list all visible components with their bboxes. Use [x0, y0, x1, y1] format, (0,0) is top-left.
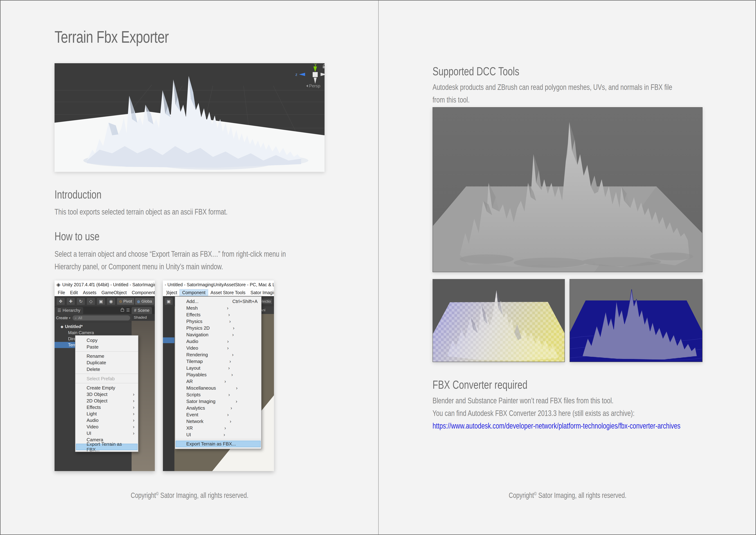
tool-button-icon[interactable]: ◉	[107, 297, 115, 305]
component-menu-item[interactable]: Miscellaneous ›	[175, 385, 261, 391]
component-menu-item[interactable]: Analytics ›	[175, 405, 261, 411]
submenu-arrow-icon: ›	[227, 412, 229, 417]
component-menu-item[interactable]: Physics ›	[175, 318, 261, 325]
uv-checker-render-image	[433, 279, 565, 362]
menu-bar-item[interactable]: Component	[180, 290, 208, 296]
context-menu-item[interactable]: Duplicate	[75, 359, 138, 366]
unity-scene-illustration: y z Persp	[55, 63, 325, 172]
submenu-arrow-icon: ›	[225, 379, 226, 384]
menu-bar-item[interactable]: Assets	[80, 290, 99, 296]
tool-button-icon[interactable]: ✚	[67, 297, 75, 305]
context-menu-item[interactable]: Audio ›	[75, 417, 138, 424]
global-button[interactable]: ◍ Globa	[135, 298, 154, 305]
component-menu-item[interactable]: AR ›	[175, 378, 261, 385]
unity1-menu-bar: FileEditAssetsGameObjectComponentAsset S…	[55, 289, 155, 296]
component-menu-item[interactable]: Rendering ›	[175, 352, 261, 358]
component-menu-item[interactable]: Navigation ›	[175, 331, 261, 338]
context-menu-item[interactable]: Create Empty	[75, 384, 138, 391]
page-title: Terrain Fbx Exporter	[55, 28, 201, 46]
create-button[interactable]: Create ▾	[56, 316, 70, 320]
component-menu-item[interactable]: Tilemap ›	[175, 358, 261, 365]
gizmo-persp-label: Persp	[309, 83, 320, 88]
wireframe-terrain-illustration	[570, 279, 702, 362]
pivot-global-group: ⊙ Pivot ◍ Globa	[117, 298, 154, 305]
component-menu-item[interactable]: Playables ›	[175, 372, 261, 378]
submenu-arrow-icon: ›	[133, 431, 134, 436]
submenu-arrow-icon: ›	[133, 392, 134, 397]
shortcut-label: Ctrl+Shift+A	[232, 299, 257, 304]
component-menu-item[interactable]: Video ›	[175, 345, 261, 352]
caret-down-icon: ▾	[69, 316, 70, 320]
how-to-use-line1: Select a terrain object and choose “Expo…	[55, 249, 351, 259]
submenu-arrow-icon: ›	[233, 325, 234, 331]
supported-dcc-line1: Autodesk products and ZBrush can read po…	[433, 83, 740, 92]
hierarchy-tree-row[interactable]: Main Camera	[55, 330, 132, 336]
component-menu-item[interactable]: Mesh ›	[175, 305, 261, 311]
shaded-dropdown[interactable]: Shaded	[132, 314, 155, 321]
tool-button-icon[interactable]: ▣	[97, 297, 105, 305]
context-menu-item[interactable]: Delete	[75, 366, 138, 374]
context-menu-item[interactable]: Paste	[75, 344, 138, 352]
tool-button-icon[interactable]: ◇	[87, 297, 95, 305]
submenu-arrow-icon: ›	[236, 385, 238, 391]
hierarchy-tree-row[interactable]: ◈ Untitled*	[55, 324, 132, 330]
tool-button-icon[interactable]: ↻	[76, 297, 85, 305]
submenu-arrow-icon: ›	[227, 345, 229, 351]
unity1-title-bar: ◈ Unity 2017.4.4f1 (64bit) - Untitled - …	[55, 280, 155, 289]
component-menu-item[interactable]: Audio ›	[175, 338, 261, 345]
component-menu-item[interactable]: Network ›	[175, 418, 261, 425]
context-menu-item[interactable]: Copy	[75, 337, 138, 344]
component-menu-item[interactable]: XR ›	[175, 425, 261, 432]
context-menu-item[interactable]: Light ›	[75, 410, 138, 417]
submenu-arrow-icon: ›	[228, 312, 230, 318]
menu-bar-item[interactable]: File	[55, 290, 68, 296]
component-menu-item[interactable]: Scripts ›	[175, 391, 261, 398]
document-page: Terrain Fbx Exporter	[0, 0, 756, 535]
fbx-converter-heading: FBX Converter required	[433, 378, 554, 391]
component-menu-item[interactable]: Effects ›	[175, 311, 261, 318]
supported-dcc-line2: from this tool.	[433, 95, 480, 104]
context-menu-item[interactable]: Video ›	[75, 424, 138, 430]
tool-button-icon[interactable]: ✥	[56, 297, 65, 305]
scene-tab[interactable]: # Scene	[132, 307, 152, 314]
component-menu-item[interactable]: Physics 2D ›	[175, 325, 261, 331]
search-input[interactable]: ⌕ All	[72, 315, 130, 321]
context-menu-item[interactable]: 3D Object ›	[75, 391, 138, 398]
lock-icon[interactable]	[121, 309, 124, 312]
context-menu-item[interactable]: Select Prefab	[75, 375, 138, 383]
menu-bar-item[interactable]: GameObject	[99, 290, 129, 296]
context-menu-item[interactable]: UI ›	[75, 430, 138, 436]
menu-bar-item[interactable]: Edit	[68, 290, 80, 296]
hierarchy-tab[interactable]: ☰ Hierarchy	[55, 307, 83, 314]
component-menu-item[interactable]: Layout ›	[175, 365, 261, 372]
dcc-render-image	[433, 107, 703, 272]
fbx-converter-line2: You can find Autodesk FBX Converter 2013…	[433, 409, 691, 418]
panel-menu-icon[interactable]: ☰	[126, 308, 130, 313]
component-menu-item[interactable]: UI ›	[175, 432, 261, 439]
context-menu-item[interactable]: Effects ›	[75, 404, 138, 410]
component-menu-item[interactable]: Event ›	[175, 411, 261, 418]
menu-bar-item[interactable]: Asset Store Tools	[208, 290, 248, 296]
tool-button-icon[interactable]: ▣	[164, 297, 173, 305]
fbx-converter-link[interactable]: https://www.autodesk.com/developer-netwo…	[433, 421, 750, 430]
context-menu-item[interactable]: Export Terrain as FBX...	[76, 444, 138, 450]
copyright-right: Copyright© Sator Imaging, all rights res…	[433, 491, 703, 500]
menu-bar-item[interactable]: Component	[129, 290, 155, 296]
submenu-arrow-icon: ›	[232, 352, 234, 357]
submenu-arrow-icon: ›	[229, 359, 231, 364]
component-menu-item[interactable]: Add... Ctrl+Shift+A	[175, 298, 261, 305]
component-menu-item[interactable]: Sator Imaging ›	[175, 398, 261, 405]
pivot-button[interactable]: ⊙ Pivot	[117, 298, 134, 305]
gizmo-y-label: y	[314, 63, 316, 67]
introduction-body: This tool exports selected terrain objec…	[55, 207, 277, 216]
submenu-arrow-icon: ›	[225, 425, 226, 431]
hierarchy-toolbar: Create ▾ ⌕ All	[55, 314, 132, 322]
menu-bar-item[interactable]: Sator Imaging	[248, 290, 274, 296]
component-menu-item[interactable]: Export Terrain as FBX...	[176, 440, 261, 447]
menu-bar-item[interactable]: )bject	[164, 290, 180, 296]
submenu-arrow-icon: ›	[227, 339, 229, 344]
search-icon: ⌕	[75, 316, 77, 320]
context-menu-item[interactable]: Rename	[75, 353, 138, 359]
context-menu-item[interactable]: 2D Object ›	[75, 398, 138, 404]
unity2-menu-bar: )bjectComponentAsset Store ToolsSator Im…	[163, 289, 274, 296]
